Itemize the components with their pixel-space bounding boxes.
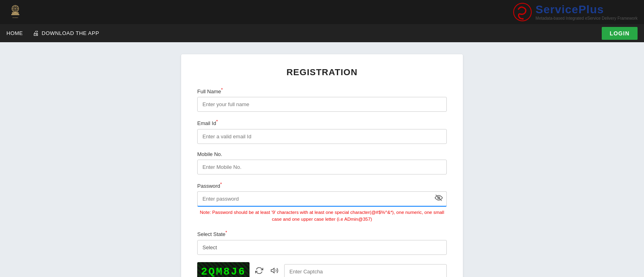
password-note: Note: Password should be at least '9' ch… bbox=[197, 209, 447, 223]
captcha-row: 2QM8J6 bbox=[197, 262, 447, 277]
top-bar-left: सत्यमेव जयते bbox=[6, 3, 24, 21]
download-icon: 🖨 bbox=[33, 30, 39, 37]
nav-home[interactable]: HOME bbox=[6, 30, 23, 36]
state-group: Select State* Select Andhra Pradesh Arun… bbox=[197, 230, 447, 254]
brand-name: ServicePlus bbox=[536, 4, 638, 16]
mobile-group: Mobile No. bbox=[197, 151, 447, 174]
state-select[interactable]: Select Andhra Pradesh Arunachal Pradesh … bbox=[197, 240, 447, 255]
main-content: REGISTRATION Full Name* Email Id* Mobile… bbox=[0, 42, 644, 277]
page-title: REGISTRATION bbox=[197, 67, 447, 78]
mobile-label: Mobile No. bbox=[197, 151, 447, 157]
nav-bar: HOME 🖨 DOWNLOAD THE APP LOGIN bbox=[0, 24, 644, 42]
password-label: Password* bbox=[197, 182, 447, 189]
state-label: Select State* bbox=[197, 230, 447, 237]
email-label: Email Id* bbox=[197, 119, 447, 126]
home-label: HOME bbox=[6, 30, 23, 36]
logo-right: ServicePlus Metadata-based Integrated eS… bbox=[512, 2, 638, 22]
captcha-audio-button[interactable] bbox=[269, 265, 280, 277]
svg-text:सत्यमेव जयते: सत्यमेव जयते bbox=[12, 17, 19, 18]
full-name-label: Full Name* bbox=[197, 87, 447, 94]
logo-text-block: ServicePlus Metadata-based Integrated eS… bbox=[536, 4, 638, 21]
email-input[interactable] bbox=[197, 129, 447, 144]
download-label: DOWNLOAD THE APP bbox=[42, 30, 99, 36]
registration-card: REGISTRATION Full Name* Email Id* Mobile… bbox=[181, 54, 463, 277]
svg-rect-6 bbox=[12, 12, 19, 14]
full-name-group: Full Name* bbox=[197, 87, 447, 112]
captcha-refresh-button[interactable] bbox=[254, 265, 265, 277]
brand-tagline: Metadata-based Integrated eService Deliv… bbox=[536, 16, 638, 21]
login-button[interactable]: LOGIN bbox=[602, 27, 638, 40]
top-bar: सत्यमेव जयते ServicePlus Metadata-based … bbox=[0, 0, 644, 24]
captcha-image: 2QM8J6 bbox=[197, 262, 250, 277]
password-input[interactable] bbox=[197, 191, 447, 207]
password-wrapper bbox=[197, 191, 447, 207]
nav-download[interactable]: 🖨 DOWNLOAD THE APP bbox=[33, 30, 99, 37]
svg-marker-13 bbox=[271, 268, 275, 273]
svg-point-10 bbox=[522, 18, 524, 20]
sp-logo-icon bbox=[512, 2, 533, 22]
nav-left: HOME 🖨 DOWNLOAD THE APP bbox=[6, 30, 99, 37]
full-name-input[interactable] bbox=[197, 97, 447, 112]
captcha-text: 2QM8J6 bbox=[201, 266, 246, 277]
password-group: Password* Note: Password should be at le… bbox=[197, 182, 447, 223]
svg-rect-7 bbox=[11, 14, 19, 15]
captcha-input[interactable] bbox=[284, 264, 447, 277]
password-eye-button[interactable] bbox=[435, 194, 443, 204]
mobile-input[interactable] bbox=[197, 160, 447, 174]
emblem: सत्यमेव जयते bbox=[6, 3, 24, 21]
email-group: Email Id* bbox=[197, 119, 447, 144]
